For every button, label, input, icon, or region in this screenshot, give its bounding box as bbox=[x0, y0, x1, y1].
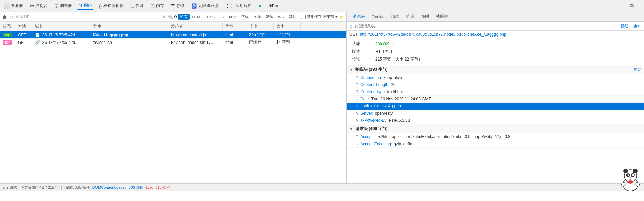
finish-time: 完成: 335 毫秒 bbox=[65, 185, 90, 190]
toolbar-storage[interactable]: ☰ 存储 bbox=[170, 2, 186, 10]
row-transfer: 已缓存 bbox=[246, 39, 274, 46]
response-headers-section-header[interactable]: ▼ 响应头 (193 字节) 原始 bbox=[347, 65, 644, 74]
settings-icon[interactable]: ⚙ bbox=[174, 15, 177, 19]
toggle-icon: ▼ bbox=[349, 67, 353, 72]
network-left-panel: 🗑 ⊘ 过滤 URL ⏸ 🔍 ⚙ 所有 HTML CSS JS XHR 字体 图… bbox=[0, 12, 347, 183]
throttle-icon[interactable]: ⚡ bbox=[339, 15, 344, 19]
row-initiator: FaviconLoader.jsm:17... bbox=[168, 39, 223, 46]
header-name: Content-Type: bbox=[360, 89, 386, 94]
toolbar-debugger[interactable]: ◱ 调试器 bbox=[53, 2, 73, 10]
header-value: 22 bbox=[391, 82, 395, 87]
tab-response[interactable]: 响应 bbox=[403, 12, 418, 21]
throttle-dropdown[interactable]: 不节流 ▾ bbox=[323, 14, 337, 19]
header-help-icon[interactable]: ? bbox=[356, 76, 358, 80]
console-icon: ▭ bbox=[30, 3, 34, 9]
row-method: GET bbox=[15, 39, 32, 46]
header-name: Look_at_me: bbox=[360, 104, 384, 108]
intercept-button[interactable]: 拦截 bbox=[619, 23, 630, 29]
filter-tab-js[interactable]: JS bbox=[217, 15, 226, 19]
main-layout: 🗑 ⊘ 过滤 URL ⏸ 🔍 ⚙ 所有 HTML CSS JS XHR 字体 图… bbox=[0, 12, 644, 183]
transfer-value: 215 字节（大小 22 字节） bbox=[375, 56, 422, 62]
filter-tab-other[interactable]: 其他 bbox=[287, 14, 298, 20]
request-url-row: GET http://261f7cf5-7fc5-42d8-bb78-5f80d… bbox=[347, 31, 644, 38]
header-value: text/html,application/xhtml+xml,applicat… bbox=[375, 134, 510, 139]
debugger-icon: ◱ bbox=[54, 3, 58, 9]
network-table-header: 状态 方法 域名 文件 发起者 类型 传输 大小 bbox=[0, 22, 346, 31]
header-help-icon[interactable]: ? bbox=[356, 97, 358, 101]
filter-type-tabs: ⏸ 🔍 ⚙ 所有 HTML CSS JS XHR 字体 图像 媒体 WS 其他 … bbox=[162, 14, 344, 20]
responsive-design-icon[interactable]: ⧉ bbox=[630, 3, 634, 9]
header-name: Server: bbox=[360, 111, 373, 116]
filter-tab-image[interactable]: 图像 bbox=[251, 14, 263, 20]
toolbar-inspector[interactable]: ⬜ 查看器 bbox=[3, 2, 24, 10]
tab-headers[interactable]: 消息头 bbox=[349, 12, 368, 21]
header-help-icon[interactable]: ? bbox=[356, 118, 358, 122]
filter-tab-ws[interactable]: WS bbox=[276, 15, 286, 19]
toolbar-performance[interactable]: ◡ 性能 bbox=[129, 2, 145, 10]
status-badge-200: 200 bbox=[3, 33, 12, 37]
col-header-size: 大小 bbox=[274, 23, 301, 30]
load-time[interactable]: load: 315 毫秒 bbox=[146, 185, 170, 190]
pause-icon[interactable]: ⏸ bbox=[162, 15, 166, 19]
tab-timings[interactable]: 耗时 bbox=[418, 12, 433, 21]
row-file: fAke_f1agggg.php bbox=[90, 32, 168, 38]
filter-tab-xhr[interactable]: XHR bbox=[227, 15, 239, 19]
filter-tab-css[interactable]: CSS bbox=[205, 15, 217, 19]
request-headers-section-header[interactable]: ▼ 请求头 (499 字节) bbox=[347, 124, 644, 133]
status-help-icon[interactable]: ? bbox=[392, 42, 394, 46]
right-filter-bar: ⊘ 拦截 重▾ bbox=[347, 22, 644, 31]
header-help-icon[interactable]: ? bbox=[356, 142, 358, 146]
filter-headers-icon: ⊘ bbox=[349, 24, 353, 29]
row-domain: 📄 261f7cf5-7fc5-42d... bbox=[32, 32, 90, 38]
request-header-item: ? Accept: text/html,application/xhtml+xm… bbox=[347, 133, 644, 140]
search-network-icon[interactable]: 🔍 bbox=[168, 15, 173, 19]
header-help-icon[interactable]: ? bbox=[356, 90, 358, 94]
toolbar-console[interactable]: ▭ 控制台 bbox=[29, 2, 49, 10]
toolbar-application[interactable]: ⋮⋮ 应用程序 bbox=[224, 2, 253, 10]
response-header-item: ? Content-Type: text/html bbox=[347, 88, 644, 96]
dom-content-loaded[interactable]: DOMContentLoaded: 303 毫秒 bbox=[92, 185, 143, 190]
filter-tab-all[interactable]: 所有 bbox=[178, 14, 190, 20]
tab-stack-trace[interactable]: 栈跟踪 bbox=[433, 12, 452, 21]
col-header-type: 类型 bbox=[223, 23, 246, 30]
domain-icon: 📄 bbox=[35, 33, 40, 37]
tab-cookies[interactable]: Cookie bbox=[368, 13, 388, 21]
toolbar-network[interactable]: ⇅ 网络 bbox=[77, 2, 93, 10]
header-help-icon[interactable]: ? bbox=[356, 135, 358, 139]
response-headers-list: ? Connection: keep-alive ? Content-Lengt… bbox=[347, 74, 644, 124]
raw-button[interactable]: 原始 bbox=[634, 67, 641, 72]
header-help-icon[interactable]: ? bbox=[356, 111, 358, 115]
table-row[interactable]: 404 GET 🔗 261f7cf5-7fc5-42d... favicon.i… bbox=[0, 39, 346, 46]
status-bar: 2 个请求 已传输 36 字节 / 215 字节 完成: 335 毫秒 DOMC… bbox=[0, 183, 644, 191]
filter-tab-font[interactable]: 字体 bbox=[239, 14, 251, 20]
toolbar-style-editor[interactable]: {} 样式编辑器 bbox=[98, 2, 125, 10]
filter-headers-input[interactable] bbox=[355, 24, 616, 29]
header-name: Date: bbox=[360, 97, 370, 101]
more-options-icon[interactable]: ⋯ bbox=[637, 3, 641, 9]
header-help-icon[interactable]: ? bbox=[356, 83, 358, 87]
toolbar-hackbar[interactable]: ● HackBar bbox=[257, 3, 280, 9]
disable-cache-checkbox[interactable] bbox=[301, 15, 306, 19]
clear-requests-icon[interactable]: 🗑 bbox=[3, 15, 7, 19]
header-value: Tue, 10 Nov 2020 11:24:03 GMT bbox=[371, 97, 431, 101]
response-headers-label: 响应头 (193 字节) bbox=[355, 67, 388, 72]
col-header-transfer: 传输 bbox=[246, 23, 274, 30]
toolbar-memory[interactable]: ◳ 内存 bbox=[149, 2, 166, 10]
accessibility-icon: ♿ bbox=[191, 3, 197, 9]
response-header-item-highlighted: ? Look_at_me: /fl4g.php bbox=[347, 103, 644, 110]
request-headers-label: 请求头 (499 字节) bbox=[355, 126, 388, 132]
row-domain: 🔗 261f7cf5-7fc5-42d... bbox=[32, 39, 90, 46]
filter-tab-html[interactable]: HTML bbox=[190, 15, 205, 19]
resend-button[interactable]: 重▾ bbox=[631, 23, 641, 29]
header-help-icon[interactable]: ? bbox=[356, 104, 358, 108]
header-name: Content-Length: bbox=[360, 82, 389, 87]
memory-icon: ◳ bbox=[151, 3, 155, 9]
row-initiator: browsing-context.js:1... bbox=[168, 32, 223, 38]
status-row: 状态 200 OK ? bbox=[352, 40, 641, 48]
filter-tab-media[interactable]: 媒体 bbox=[264, 14, 275, 20]
request-count: 2 个请求 bbox=[3, 185, 17, 190]
request-method-badge: GET bbox=[349, 32, 358, 37]
tab-request[interactable]: 请求 bbox=[388, 12, 403, 21]
toolbar-accessibility[interactable]: ♿ 无障碍环境 bbox=[190, 2, 220, 10]
table-row[interactable]: 200 GET 📄 261f7cf5-7fc5-42d... fAke_f1ag… bbox=[0, 31, 346, 39]
